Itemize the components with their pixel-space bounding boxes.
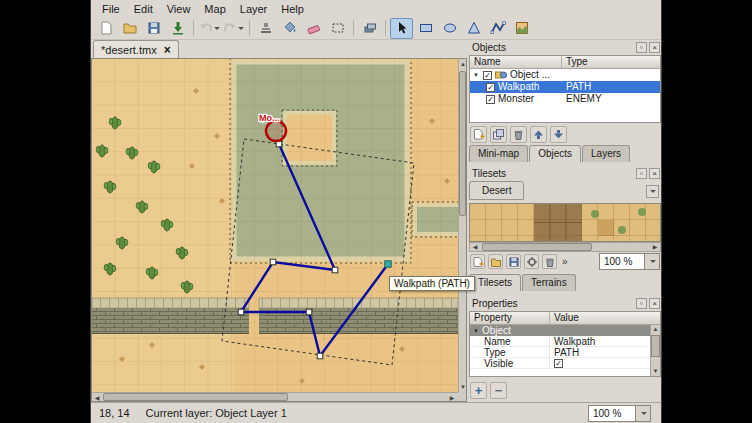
menu-help[interactable]: Help xyxy=(274,2,311,16)
column-header-type[interactable]: Type xyxy=(562,56,660,68)
undo-button[interactable] xyxy=(198,18,221,39)
expander-icon[interactable]: ▼ xyxy=(472,328,480,334)
visible-checkbox[interactable]: ✓ xyxy=(554,359,563,368)
column-header-name[interactable]: Name xyxy=(470,56,562,68)
expander-icon[interactable]: ▼ xyxy=(472,69,480,81)
properties-scroll-thumb[interactable] xyxy=(651,335,660,357)
save-button[interactable] xyxy=(142,18,165,39)
polyline-node[interactable] xyxy=(306,309,312,315)
polyline-node[interactable] xyxy=(238,309,244,315)
tileset-scroll-thumb[interactable] xyxy=(482,243,592,251)
insert-ellipse-tool-button[interactable] xyxy=(438,18,461,39)
delete-tileset-button[interactable] xyxy=(542,254,557,269)
polyline-node[interactable] xyxy=(317,353,323,359)
menu-layer[interactable]: Layer xyxy=(233,2,275,16)
scroll-down-icon[interactable]: ▼ xyxy=(651,367,660,376)
tileset-zoom-combo[interactable]: 100 % xyxy=(599,253,660,270)
object-group-row[interactable]: ▼ ✓ Object ... xyxy=(470,69,660,81)
scroll-up-icon[interactable]: ▲ xyxy=(651,325,660,334)
property-value[interactable]: PATH xyxy=(550,347,660,357)
object-row-walkpath[interactable]: ✓ Walkpath PATH xyxy=(470,81,660,93)
lower-object-button[interactable] xyxy=(550,126,567,143)
object-row-monster[interactable]: ✓ Monster ENEMY xyxy=(470,93,660,105)
scroll-down-icon[interactable]: ▼ xyxy=(459,383,467,391)
dock-close-icon[interactable]: × xyxy=(649,168,660,179)
scroll-up-icon[interactable]: ▲ xyxy=(459,60,467,68)
tab-tilesets[interactable]: Tilesets xyxy=(469,274,521,291)
insert-tile-object-tool-button[interactable] xyxy=(510,18,533,39)
group-visible-checkbox[interactable]: ✓ xyxy=(483,71,492,80)
menu-edit[interactable]: Edit xyxy=(127,2,160,16)
raise-object-button[interactable] xyxy=(530,126,547,143)
map-zoom-combo[interactable]: 100 % xyxy=(588,405,651,422)
select-objects-tool-button[interactable] xyxy=(390,18,413,39)
undo-dropdown-icon[interactable] xyxy=(214,27,220,30)
monster-object-marker[interactable] xyxy=(266,121,286,141)
property-value[interactable]: Walkpath xyxy=(550,336,660,346)
polyline-node[interactable] xyxy=(270,259,276,265)
tileset-zoom-dropdown[interactable] xyxy=(645,253,660,270)
bucket-fill-button[interactable] xyxy=(278,18,301,39)
horizontal-scroll-thumb[interactable] xyxy=(103,393,288,401)
document-tab[interactable]: *desert.tmx × xyxy=(93,40,179,58)
dock-float-icon[interactable]: ▫ xyxy=(636,298,647,309)
property-row-type[interactable]: Type PATH xyxy=(470,347,660,358)
polyline-node-hovered[interactable] xyxy=(385,261,391,267)
scroll-left-icon[interactable]: ◀ xyxy=(470,243,480,251)
tab-objects[interactable]: Objects xyxy=(529,145,581,162)
highlight-layer-button[interactable] xyxy=(358,18,381,39)
rect-select-button[interactable] xyxy=(326,18,349,39)
new-map-button[interactable] xyxy=(94,18,117,39)
add-object-layer-button[interactable] xyxy=(470,126,487,143)
scroll-right-icon[interactable]: ▶ xyxy=(650,243,660,251)
menu-map[interactable]: Map xyxy=(197,2,232,16)
add-property-button[interactable]: + xyxy=(470,382,487,399)
insert-polyline-tool-button[interactable] xyxy=(486,18,509,39)
property-row-name[interactable]: Name Walkpath xyxy=(470,336,660,347)
stamp-brush-button[interactable] xyxy=(254,18,277,39)
duplicate-object-button[interactable] xyxy=(490,126,507,143)
tileset-properties-button[interactable] xyxy=(524,254,539,269)
remove-property-button[interactable]: − xyxy=(490,382,507,399)
vertical-scroll-thumb[interactable] xyxy=(459,71,466,216)
map-zoom-dropdown[interactable] xyxy=(636,405,651,422)
properties-scrollbar[interactable]: ▲ ▼ xyxy=(650,325,660,376)
dock-float-icon[interactable]: ▫ xyxy=(636,42,647,53)
tileset-view[interactable] xyxy=(469,203,661,242)
scroll-left-icon[interactable]: ◀ xyxy=(93,394,101,402)
map-vertical-scrollbar[interactable]: ▲ ▼ xyxy=(458,59,466,392)
export-button[interactable] xyxy=(166,18,189,39)
tab-close-icon[interactable]: × xyxy=(164,44,171,56)
import-tileset-button[interactable] xyxy=(488,254,503,269)
object-visible-checkbox[interactable]: ✓ xyxy=(486,83,495,92)
redo-dropdown-icon[interactable] xyxy=(238,27,244,30)
insert-polygon-tool-button[interactable] xyxy=(462,18,485,39)
insert-rectangle-tool-button[interactable] xyxy=(414,18,437,39)
export-tileset-button[interactable] xyxy=(506,254,521,269)
tab-terrains[interactable]: Terrains xyxy=(522,274,576,291)
dock-float-icon[interactable]: ▫ xyxy=(636,168,647,179)
tab-minimap[interactable]: Mini-map xyxy=(469,145,528,162)
map-canvas[interactable]: Mo... xyxy=(92,59,458,392)
map-horizontal-scrollbar[interactable]: ◀ ▶ xyxy=(92,392,458,401)
scroll-right-icon[interactable]: ▶ xyxy=(447,394,457,402)
eraser-button[interactable] xyxy=(302,18,325,39)
menu-file[interactable]: File xyxy=(95,2,127,16)
tileset-menu-button[interactable] xyxy=(646,185,659,198)
open-file-button[interactable] xyxy=(118,18,141,39)
property-group-row[interactable]: ▼ Object xyxy=(470,325,660,336)
toolbar-overflow-icon[interactable]: » xyxy=(562,256,568,267)
menu-view[interactable]: View xyxy=(160,2,198,16)
tab-layers[interactable]: Layers xyxy=(582,145,630,162)
dock-close-icon[interactable]: × xyxy=(649,42,660,53)
dock-close-icon[interactable]: × xyxy=(649,298,660,309)
property-row-visible[interactable]: Visible ✓ xyxy=(470,358,660,369)
new-tileset-button[interactable] xyxy=(470,254,485,269)
column-header-value[interactable]: Value xyxy=(550,312,660,324)
object-visible-checkbox[interactable]: ✓ xyxy=(486,95,495,104)
tileset-scrollbar[interactable]: ◀ ▶ xyxy=(469,242,661,252)
redo-button[interactable] xyxy=(222,18,245,39)
tileset-tab-desert[interactable]: Desert xyxy=(469,181,524,200)
delete-object-button[interactable] xyxy=(510,126,527,143)
column-header-property[interactable]: Property xyxy=(470,312,550,324)
